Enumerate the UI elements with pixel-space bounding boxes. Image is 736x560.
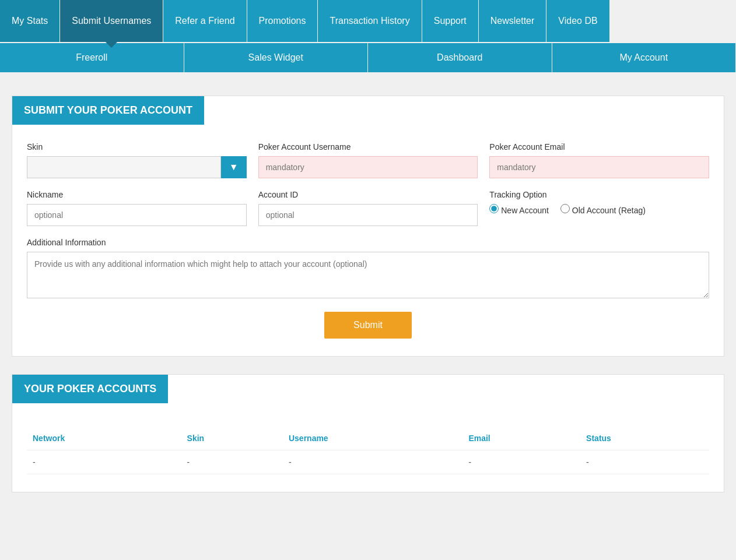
cell-email: - (462, 450, 580, 474)
additional-label: Additional Information (27, 238, 709, 247)
nav-dashboard[interactable]: Dashboard (368, 43, 552, 72)
main-content: SUBMIT YOUR POKER ACCOUNT Skin 888poker … (0, 72, 736, 533)
submit-button[interactable]: Submit (324, 312, 412, 339)
submit-form: Skin 888poker ▼ Poker Account Username P… (12, 125, 724, 356)
col-status: Status (580, 427, 709, 450)
account-id-label: Account ID (258, 190, 478, 199)
cell-username: - (283, 450, 462, 474)
nav-sales-widget[interactable]: Sales Widget (184, 43, 369, 72)
submit-row: Submit (27, 312, 709, 339)
tracking-old-radio[interactable] (560, 204, 570, 213)
account-id-input[interactable] (258, 204, 478, 226)
additional-info-group: Additional Information (27, 238, 709, 300)
nav-promotions[interactable]: Promotions (247, 0, 318, 42)
accounts-table-wrapper: Network Skin Username Email Status - - -… (12, 403, 724, 492)
nav-transaction-history[interactable]: Transaction History (318, 0, 422, 42)
col-username: Username (283, 427, 462, 450)
nav-newsletter[interactable]: Newsletter (479, 0, 547, 42)
tracking-options: New Account Old Account (Retag) (489, 204, 709, 220)
submit-poker-account-section: SUBMIT YOUR POKER ACCOUNT Skin 888poker … (12, 96, 724, 357)
col-network: Network (27, 427, 181, 450)
cell-network: - (27, 450, 181, 474)
submit-section-title: SUBMIT YOUR POKER ACCOUNT (12, 96, 204, 125)
your-poker-accounts-section: YOUR POKER ACCOUNTS Network Skin Usernam… (12, 374, 724, 492)
tracking-new-radio[interactable] (489, 204, 499, 213)
nav-my-account[interactable]: My Account (552, 43, 737, 72)
email-label: Poker Account Email (489, 142, 709, 152)
email-input[interactable] (489, 156, 709, 178)
nickname-label: Nickname (27, 190, 247, 199)
top-navigation: My Stats Submit Usernames Refer a Friend… (0, 0, 736, 42)
nav-video-db[interactable]: Video DB (546, 0, 609, 42)
skin-dropdown-button[interactable]: ▼ (221, 156, 247, 178)
username-group: Poker Account Username (258, 142, 478, 178)
tracking-old-label: Old Account (Retag) (572, 206, 646, 215)
nickname-group: Nickname (27, 190, 247, 226)
accounts-table-header-row: Network Skin Username Email Status (27, 427, 709, 450)
cell-status: - (580, 450, 709, 474)
form-row-2: Nickname Account ID Tracking Option New … (27, 190, 709, 226)
email-group: Poker Account Email (489, 142, 709, 178)
accounts-table-head: Network Skin Username Email Status (27, 427, 709, 450)
tracking-new-account[interactable]: New Account (489, 204, 549, 215)
additional-textarea[interactable] (27, 252, 709, 298)
skin-input[interactable]: 888poker (27, 156, 221, 178)
accounts-section-title: YOUR POKER ACCOUNTS (12, 375, 168, 403)
nav-my-stats[interactable]: My Stats (0, 0, 60, 42)
username-label: Poker Account Username (258, 142, 478, 152)
form-row-1: Skin 888poker ▼ Poker Account Username P… (27, 142, 709, 178)
account-id-group: Account ID (258, 190, 478, 226)
table-row: - - - - - (27, 450, 709, 474)
col-email: Email (462, 427, 580, 450)
skin-group: Skin 888poker ▼ (27, 142, 247, 178)
nav-freeroll[interactable]: Freeroll (0, 43, 184, 72)
tracking-new-label: New Account (501, 206, 549, 215)
nickname-input[interactable] (27, 204, 247, 226)
cell-skin: - (181, 450, 283, 474)
tracking-label: Tracking Option (489, 190, 709, 199)
nav-refer-a-friend[interactable]: Refer a Friend (163, 0, 247, 42)
nav-submit-usernames[interactable]: Submit Usernames (60, 0, 163, 42)
skin-label: Skin (27, 142, 247, 152)
tracking-old-account[interactable]: Old Account (Retag) (560, 204, 646, 215)
tracking-group: Tracking Option New Account Old Account … (489, 190, 709, 226)
username-input[interactable] (258, 156, 478, 178)
accounts-table: Network Skin Username Email Status - - -… (27, 427, 709, 474)
accounts-table-body: - - - - - (27, 450, 709, 474)
skin-select-wrapper: 888poker ▼ (27, 156, 247, 178)
col-skin: Skin (181, 427, 283, 450)
nav-support[interactable]: Support (422, 0, 479, 42)
